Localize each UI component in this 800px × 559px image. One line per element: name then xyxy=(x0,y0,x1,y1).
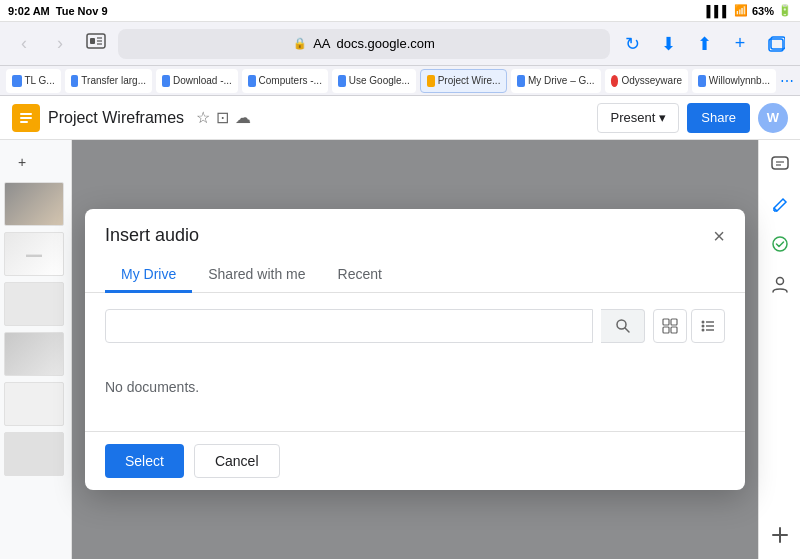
svg-rect-15 xyxy=(663,327,669,333)
no-documents-text: No documents. xyxy=(105,359,725,415)
tab-label: Odysseyware xyxy=(621,75,682,86)
present-label: Present xyxy=(610,110,655,125)
avatar[interactable]: W xyxy=(758,103,788,133)
refresh-button[interactable]: ↻ xyxy=(618,30,646,58)
tab-label: Computers -... xyxy=(259,75,322,86)
slide-thumb-wrapper-2: 2 ▬▬ xyxy=(4,232,67,276)
person-panel-button[interactable] xyxy=(764,268,796,300)
browser-chrome: ‹ › 🔒 AA docs.google.com ↻ ⬇ ⬆ + xyxy=(0,22,800,66)
svg-rect-14 xyxy=(671,319,677,325)
slide-thumb-wrapper-1: 1 xyxy=(4,182,67,226)
reader-button[interactable] xyxy=(82,30,110,58)
status-time: 9:02 AM xyxy=(8,5,50,17)
add-panel-button[interactable] xyxy=(764,519,796,551)
present-button[interactable]: Present ▾ xyxy=(597,103,679,133)
tab-favicon xyxy=(12,75,22,87)
svg-rect-10 xyxy=(20,121,28,123)
add-slide-button[interactable]: + xyxy=(8,148,36,176)
back-button[interactable]: ‹ xyxy=(10,30,38,58)
slide-thumbnail-2[interactable]: ▬▬ xyxy=(4,232,64,276)
share-browser-button[interactable]: ⬆ xyxy=(690,30,718,58)
tab-label: Transfer larg... xyxy=(81,75,146,86)
tab-label: Download -... xyxy=(173,75,232,86)
tab-label: TL G... xyxy=(25,75,55,86)
toolbar-row: + xyxy=(4,148,67,176)
modal-close-button[interactable]: × xyxy=(713,226,725,246)
app-icon xyxy=(12,104,40,132)
svg-rect-1 xyxy=(90,38,95,44)
tab-favicon xyxy=(611,75,619,87)
signal-icon: ▌▌▌ xyxy=(707,5,730,17)
tab-item[interactable]: Willowlynnb... xyxy=(692,69,776,93)
tab-favicon xyxy=(162,75,170,87)
slide-thumb-wrapper-3: 3 xyxy=(4,282,67,326)
browser-actions: ↻ ⬇ ⬆ + xyxy=(618,30,790,58)
cloud-icon[interactable]: ☁ xyxy=(235,108,251,127)
wifi-icon: 📶 xyxy=(734,4,748,17)
slide-thumbnail-1[interactable] xyxy=(4,182,64,226)
tab-favicon xyxy=(338,75,346,87)
notes-panel-button[interactable] xyxy=(764,188,796,220)
tabs-more-button[interactable]: ⋯ xyxy=(780,73,794,89)
chat-panel-button[interactable] xyxy=(764,148,796,180)
forward-button[interactable]: › xyxy=(46,30,74,58)
list-view-button[interactable] xyxy=(691,309,725,343)
grid-view-button[interactable] xyxy=(653,309,687,343)
svg-point-28 xyxy=(773,237,787,251)
svg-point-29 xyxy=(776,278,783,285)
view-buttons xyxy=(653,309,725,343)
svg-rect-13 xyxy=(663,319,669,325)
app-title: Project Wireframes xyxy=(48,109,184,127)
slide-thumbnail-4[interactable] xyxy=(4,332,64,376)
tabs-overview-button[interactable] xyxy=(762,30,790,58)
slide-thumb-wrapper-6: 6 xyxy=(4,432,67,476)
check-panel-button[interactable] xyxy=(764,228,796,260)
slide-thumbnail-6[interactable] xyxy=(4,432,64,476)
slide-thumbnail-3[interactable] xyxy=(4,282,64,326)
status-left: 9:02 AM Tue Nov 9 xyxy=(8,5,108,17)
editor-area: Insert audio × My Drive Shared with me R… xyxy=(72,140,758,559)
app-header: Project Wireframes ☆ ⊡ ☁ Present ▾ Share… xyxy=(0,96,800,140)
pencil-icon xyxy=(770,194,790,214)
tab-my-drive[interactable]: My Drive xyxy=(105,258,192,293)
tab-favicon xyxy=(71,75,79,87)
folder-icon[interactable]: ⊡ xyxy=(216,108,229,127)
tab-favicon xyxy=(517,75,525,87)
status-right: ▌▌▌ 📶 63% 🔋 xyxy=(707,4,792,17)
cancel-button[interactable]: Cancel xyxy=(194,444,280,478)
tab-item[interactable]: Transfer larg... xyxy=(65,69,152,93)
tab-recent-label: Recent xyxy=(338,266,382,282)
modal-tabs: My Drive Shared with me Recent xyxy=(85,258,745,293)
slide-thumb-wrapper-5: 5 xyxy=(4,382,67,426)
svg-point-19 xyxy=(702,325,705,328)
modal-overlay: Insert audio × My Drive Shared with me R… xyxy=(72,140,758,559)
tab-item[interactable]: Computers -... xyxy=(242,69,328,93)
search-button[interactable] xyxy=(601,309,645,343)
tab-my-drive-label: My Drive xyxy=(121,266,176,282)
modal-title: Insert audio xyxy=(105,225,199,246)
share-button[interactable]: Share xyxy=(687,103,750,133)
select-button[interactable]: Select xyxy=(105,444,184,478)
modal-header: Insert audio × xyxy=(85,209,745,246)
tab-label: My Drive – G... xyxy=(528,75,595,86)
tab-item[interactable]: Download -... xyxy=(156,69,238,93)
download-button[interactable]: ⬇ xyxy=(654,30,682,58)
tab-favicon xyxy=(248,75,256,87)
new-tab-button[interactable]: + xyxy=(726,30,754,58)
check-icon xyxy=(770,234,790,254)
star-icon[interactable]: ☆ xyxy=(196,108,210,127)
tab-label: Project Wire... xyxy=(438,75,501,86)
slide-thumbnail-5[interactable] xyxy=(4,382,64,426)
tab-item[interactable]: Odysseyware xyxy=(605,69,688,93)
tab-recent[interactable]: Recent xyxy=(322,258,398,293)
tab-item[interactable]: Use Google... xyxy=(332,69,416,93)
tab-shared-with-me[interactable]: Shared with me xyxy=(192,258,321,293)
chat-icon xyxy=(770,154,790,174)
tab-shared-with-me-label: Shared with me xyxy=(208,266,305,282)
address-bar[interactable]: 🔒 AA docs.google.com xyxy=(118,29,610,59)
avatar-initial: W xyxy=(767,110,779,125)
search-input[interactable] xyxy=(105,309,593,343)
tab-item-project-wireframes[interactable]: Project Wire... xyxy=(420,69,508,93)
tab-item[interactable]: TL G... xyxy=(6,69,61,93)
tab-item[interactable]: My Drive – G... xyxy=(511,69,600,93)
